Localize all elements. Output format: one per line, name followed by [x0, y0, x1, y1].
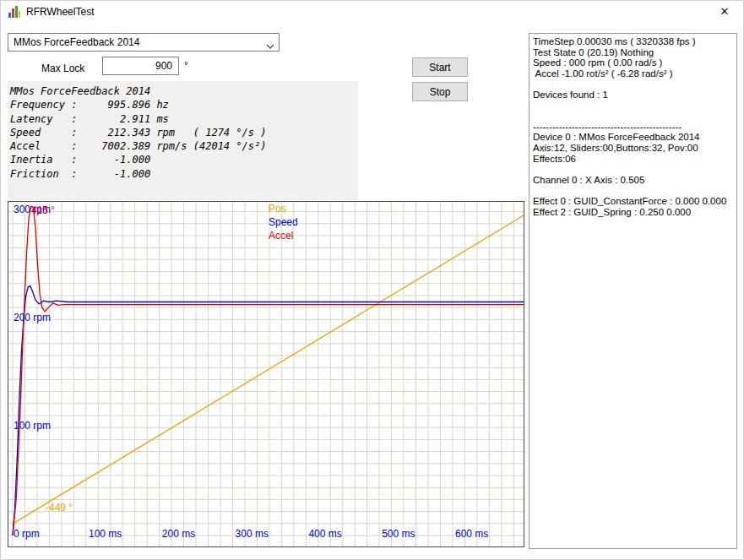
- app-window: RFRWheelTest ✕ MMos ForceFeedback 2014 M…: [0, 0, 744, 560]
- device-select[interactable]: MMos ForceFeedback 2014: [8, 33, 280, 52]
- x-axis-tick-label: 500 ms: [382, 528, 415, 540]
- y-axis-tick-label: 100 rpm: [14, 420, 51, 432]
- device-info-panel: MMos ForceFeedback 2014 Frequency : 995.…: [8, 81, 358, 200]
- window-title: RFRWheelTest: [26, 6, 94, 18]
- close-button[interactable]: ✕: [709, 3, 740, 21]
- chart-annotation: 415 °: [31, 204, 55, 216]
- x-axis-tick-label: 600 ms: [455, 528, 488, 540]
- x-axis-tick-label: 100 ms: [89, 528, 122, 540]
- device-info-text: MMos ForceFeedback 2014 Frequency : 995.…: [8, 81, 358, 181]
- y-axis-tick-label: 0 rpm: [14, 528, 40, 540]
- legend-item: Accel: [269, 230, 293, 242]
- start-button[interactable]: Start: [412, 57, 468, 77]
- app-icon: [8, 5, 21, 19]
- chevron-down-icon: [266, 40, 274, 52]
- legend-item: Speed: [269, 216, 298, 228]
- degree-unit-label: °: [184, 60, 188, 72]
- x-axis-tick-label: 300 ms: [236, 528, 269, 540]
- y-axis-tick-label: 200 rpm: [14, 312, 51, 323]
- x-axis-tick-label: 400 ms: [308, 528, 341, 540]
- status-text: TimeStep 0.00030 ms ( 3320338 fps ) Test…: [529, 34, 736, 217]
- max-lock-input[interactable]: [102, 57, 179, 75]
- stop-button[interactable]: Stop: [412, 82, 468, 101]
- chart-area: 300 rpm200 rpm100 rpm0 rpm100 ms200 ms30…: [8, 201, 524, 547]
- x-axis-tick-label: 200 ms: [162, 528, 195, 540]
- status-panel: TimeStep 0.00030 ms ( 3320338 fps ) Test…: [529, 33, 737, 549]
- device-select-value: MMos ForceFeedback 2014: [14, 36, 139, 48]
- chart-annotation: -449 °: [46, 502, 73, 514]
- chart-canvas: [8, 202, 524, 546]
- legend-item: Pos: [269, 203, 286, 215]
- title-bar: RFRWheelTest ✕: [1, 1, 743, 23]
- max-lock-label: Max Lock: [41, 63, 84, 74]
